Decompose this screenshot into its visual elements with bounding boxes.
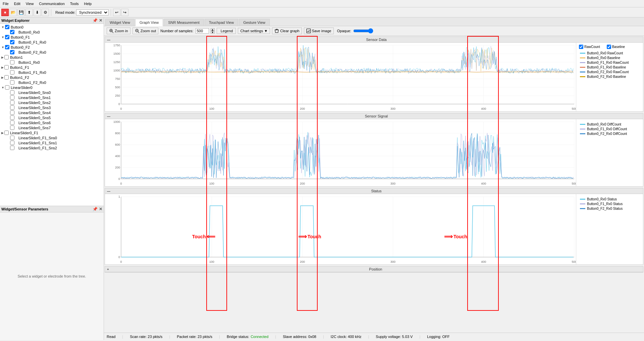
tree-item-button1_f1_rx0[interactable]: Button1_F1_Rx0	[0, 70, 104, 75]
zoom-in-btn[interactable]: Zoom in	[107, 28, 130, 34]
menu-file[interactable]: File	[0, 1, 11, 6]
redo-btn[interactable]: ↪	[121, 9, 128, 16]
canvas-sensor-signal	[105, 119, 576, 186]
chart-status: — Status Touch⟸⟹Touch⟹Touch Button0_Rx0 …	[105, 188, 643, 265]
close-icon[interactable]: ✕	[99, 18, 102, 23]
legend-btn0rx0raw: Button0_Rx0 RawCount	[579, 51, 640, 55]
status-sep-4: |	[275, 335, 276, 339]
collapse-status[interactable]: —	[107, 189, 110, 193]
sensor-params-title: Widget/Sensor Parameters	[1, 207, 48, 211]
legend-header-baseline: Baseline	[607, 45, 625, 49]
tree-item-linearslider0_sns1[interactable]: LinearSlider0_Sns1	[0, 95, 104, 100]
legend-sig-btn0rx0: Button0_Rx0 DiffCount	[579, 123, 640, 126]
tree-item-linearslider0_sns7[interactable]: LinearSlider0_Sns7	[0, 125, 104, 130]
right-content: Widget ViewGraph ViewSNR MeasurementTouc…	[104, 17, 644, 340]
menu-communication[interactable]: Communication	[36, 1, 67, 6]
read-mode-select[interactable]: Synchronized	[76, 9, 109, 15]
legend-check-baseline[interactable]	[607, 45, 611, 49]
tree-item-linearslider0_sns6[interactable]: LinearSlider0_Sns6	[0, 120, 104, 125]
main-toolbar: ■ 📂 💾 ⬆ ⬇ ⚙ Read mode: Synchronized ↩ ↪	[0, 7, 644, 17]
legend-btn[interactable]: Legend	[217, 28, 236, 34]
sensor-close-icon[interactable]: ✕	[99, 207, 102, 211]
tree-item-linearslider0_sns2[interactable]: LinearSlider0_Sns2	[0, 100, 104, 105]
settings-btn[interactable]: ⚙	[42, 9, 49, 16]
tree-item-button0_f1[interactable]: ▼Button0_F1	[0, 35, 104, 40]
supply-voltage: Supply voltage: 5.03 V	[376, 335, 413, 339]
tree-item-linearslider0_sns0[interactable]: LinearSlider0_Sns0	[0, 90, 104, 95]
tab-widget-view[interactable]: Widget View	[105, 19, 135, 26]
stop-btn[interactable]: ■	[1, 9, 9, 16]
tree-item-button1[interactable]: ▶Button1	[0, 55, 104, 60]
sensor-params-header: Widget/Sensor Parameters 📌 ✕	[0, 206, 104, 212]
chart-title-sensor-data: Sensor Data	[112, 38, 641, 42]
tree-item-linearslider0_f1_sns0[interactable]: LinearSlider0_F1_Sns0	[0, 135, 104, 140]
graph-toolbar: Zoom in Zoom out Number of samples: ▲ ▼ …	[104, 26, 644, 36]
legend-btn0rx0base: Button0_Rx0 Baseline	[579, 56, 640, 60]
status-sep-1: |	[122, 335, 123, 339]
chart-body-sensor-data: RawCount Baseline Button0_Rx0 RawCount B…	[105, 43, 643, 111]
undo-btn[interactable]: ↩	[113, 9, 120, 16]
spin-down[interactable]: ▼	[211, 31, 215, 34]
chart-title-bar-position: + Position	[105, 266, 643, 272]
chart-body-sensor-signal: Button0_Rx0 DiffCount Button0_F1_Rx0 Dif…	[105, 119, 643, 186]
tree-item-linearslider0_sns3[interactable]: LinearSlider0_Sns3	[0, 105, 104, 110]
legend-sig-btn0f1rx0: Button0_F1_Rx0 DiffCount	[579, 127, 640, 131]
chart-canvas-status: Touch⟸⟹Touch⟹Touch	[105, 194, 576, 264]
tree-item-button0_f1_rx0[interactable]: Button0_F1_Rx0	[0, 40, 104, 45]
opaque-slider[interactable]	[353, 28, 373, 34]
collapse-position[interactable]: +	[107, 267, 109, 271]
tree-item-button0_rx0[interactable]: Button0_Rx0	[0, 30, 104, 35]
legend-btn0f1rx0raw: Button0_F1_Rx0 RawCount	[579, 61, 640, 64]
chart-body-status: Touch⟸⟹Touch⟹Touch Button0_Rx0 Status Bu…	[105, 194, 643, 264]
collapse-sensor-signal[interactable]: —	[107, 114, 110, 118]
menu-view[interactable]: View	[23, 1, 37, 6]
scan-rate: Scan rate: 23 pkts/s	[130, 335, 162, 339]
widget-explorer-title: Widget Explorer	[1, 18, 30, 22]
tree-item-linearslider0_f1_sns1[interactable]: LinearSlider0_F1_Sns1	[0, 140, 104, 145]
tree-item-linearslider0_f1_sns2[interactable]: LinearSlider0_F1_Sns2	[0, 145, 104, 150]
tree-item-button1_rx0[interactable]: Button1_Rx0	[0, 60, 104, 65]
tree-item-button1_f2[interactable]: ▶Button1_F2	[0, 75, 104, 80]
clear-graph-btn[interactable]: Clear graph	[272, 28, 302, 34]
menu-tools[interactable]: Tools	[67, 1, 82, 6]
chart-canvas-sensor-signal	[105, 119, 576, 186]
menu-help[interactable]: Help	[81, 1, 94, 6]
status-sep-2: |	[169, 335, 170, 339]
tab-bar: Widget ViewGraph ViewSNR MeasurementTouc…	[104, 17, 644, 26]
tree-item-button1_f2_rx0[interactable]: Button1_F2_Rx0	[0, 80, 104, 85]
tree-item-button1_f1[interactable]: ▶Button1_F1	[0, 65, 104, 70]
samples-input[interactable]	[196, 28, 209, 34]
menu-edit[interactable]: Edit	[11, 1, 23, 6]
tab-touchpad-view[interactable]: Touchpad View	[205, 19, 238, 26]
chart-legend-status: Button0_Rx0 Status Button0_F1_Rx0 Status…	[576, 194, 643, 264]
chart-title-status: Status	[112, 189, 641, 193]
save-btn[interactable]: 💾	[17, 9, 25, 16]
widget-explorer-header: Widget Explorer 📌 ✕	[0, 17, 104, 24]
status-sep-6: |	[368, 335, 369, 339]
tab-snr-measurement[interactable]: SNR Measurement	[164, 19, 204, 26]
tab-gesture-view[interactable]: Gesture View	[239, 19, 270, 26]
chart-settings-btn[interactable]: Chart settings ▼	[238, 28, 270, 34]
status-sep-7: |	[419, 335, 420, 339]
spin-up[interactable]: ▲	[211, 28, 215, 31]
tree-item-button0[interactable]: ▼Button0	[0, 25, 104, 30]
zoom-out-btn[interactable]: Zoom out	[132, 28, 158, 34]
sensor-pin-icon[interactable]: 📌	[93, 207, 98, 211]
tree-item-button0_f2_rx0[interactable]: Button0_F2_Rx0	[0, 50, 104, 55]
open-btn[interactable]: 📂	[9, 9, 17, 16]
tree-item-linearslider0_sns4[interactable]: LinearSlider0_Sns4	[0, 110, 104, 115]
chart-position: + Position	[105, 266, 643, 273]
tab-graph-view[interactable]: Graph View	[135, 19, 163, 26]
collapse-sensor-data[interactable]: —	[107, 38, 110, 42]
tree-item-linearslider0_sns5[interactable]: LinearSlider0_Sns5	[0, 115, 104, 120]
import-btn[interactable]: ⬆	[25, 9, 33, 16]
samples-spin: ▲ ▼	[211, 28, 215, 34]
legend-check-rawcount[interactable]	[579, 45, 583, 49]
tree-item-linearslider0[interactable]: ▼LinearSlider0	[0, 85, 104, 90]
toolbar-sep-1	[51, 9, 51, 16]
tree-item-button0_f2[interactable]: ▼Button0_F2	[0, 45, 104, 50]
tree-item-linearslider0_f1[interactable]: ▶LinearSlider0_F1	[0, 130, 104, 135]
export-btn[interactable]: ⬇	[34, 9, 41, 16]
save-image-btn[interactable]: Save image	[304, 28, 334, 34]
pin-icon[interactable]: 📌	[93, 18, 98, 23]
